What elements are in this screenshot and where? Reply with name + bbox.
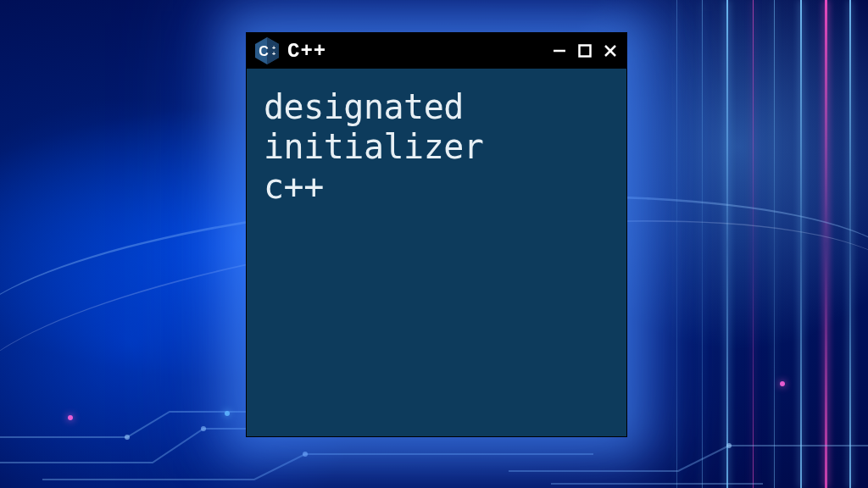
svg-point-0 (125, 435, 130, 440)
terminal-content: designated initializer c++ (247, 69, 626, 226)
svg-text:C: C (259, 44, 269, 58)
titlebar[interactable]: C + + C++ (247, 33, 626, 69)
window-controls (552, 43, 618, 58)
glow-dot (225, 411, 230, 416)
svg-point-3 (726, 443, 732, 448)
content-line: designated (264, 87, 609, 127)
minimize-button[interactable] (552, 43, 567, 58)
cpp-logo-icon: C + + (255, 37, 279, 64)
terminal-window: C + + C++ designated initializer c++ (246, 32, 627, 437)
svg-text:+: + (272, 45, 275, 51)
svg-point-2 (303, 452, 308, 457)
svg-point-1 (201, 426, 206, 431)
glow-dot (68, 415, 73, 420)
window-title-group: C + + C++ (255, 37, 545, 64)
svg-rect-10 (580, 46, 591, 57)
window-title: C++ (287, 40, 326, 63)
content-line: c++ (264, 167, 609, 207)
content-line: initializer (264, 127, 609, 167)
svg-text:+: + (272, 51, 275, 57)
close-button[interactable] (603, 43, 618, 58)
glow-dot (780, 381, 785, 386)
maximize-button[interactable] (577, 43, 593, 58)
